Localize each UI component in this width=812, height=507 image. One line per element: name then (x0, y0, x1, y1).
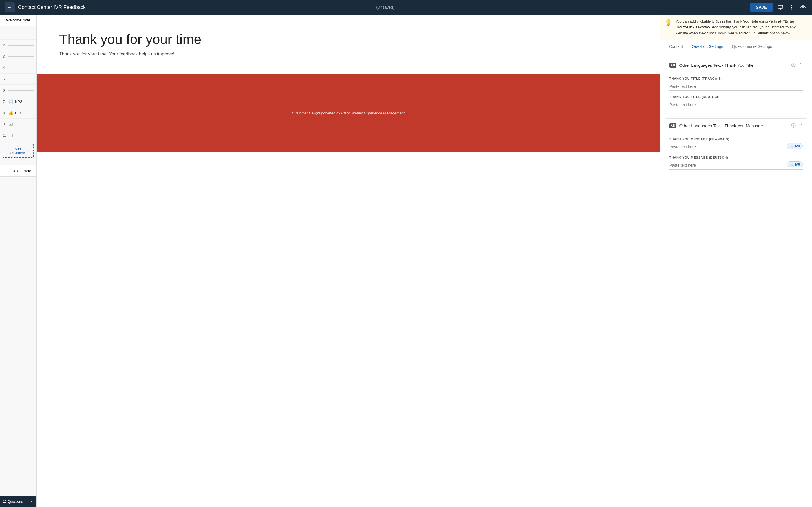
sidebar-divider-2 (3, 162, 34, 162)
q-num-2: 2 (3, 43, 7, 47)
field-label-msg-de: THANK YOU MESSAGE (DEUTSCH) (669, 156, 803, 159)
q-num-7: 7 (3, 100, 7, 104)
field-label-title-fr: THANK YOU TITLE (FRANÇAIS) (669, 77, 803, 80)
field-label-title-de: THANK YOU TITLE (DEUTSCH) (669, 95, 803, 99)
preview-footer: Customer Delight powered by Cisco Webex … (37, 73, 660, 152)
ces-thumb-icon: 👍 (8, 111, 13, 115)
sidebar-item-1[interactable]: 1 (0, 29, 36, 40)
sidebar-item-4[interactable]: 4 (0, 62, 36, 73)
sidebar: Welcome Note 1 2 3 4 5 6 7 (0, 15, 37, 507)
svg-point-4 (792, 7, 792, 8)
info-banner: 💡 You can add clickable URLs in the Than… (660, 15, 812, 40)
sidebar-footer: 10 Questions ⋮ (0, 496, 36, 507)
cloud-icon-fr: ☁️ (790, 144, 794, 148)
tab-questionnaire-settings[interactable]: Questionnaire Settings (728, 40, 777, 53)
sidebar-welcome[interactable]: Welcome Note (0, 15, 36, 26)
preview-subtitle: Thank you for your time. Your feedback h… (59, 52, 637, 57)
back-button[interactable]: ← (4, 2, 15, 12)
field-row-title-de (669, 101, 803, 109)
add-question-button[interactable]: + Add Question ⌄ (3, 144, 34, 158)
q-line-6 (8, 90, 34, 91)
q-num-6: 6 (3, 89, 7, 93)
ivr-label-fr: IVR (795, 145, 800, 148)
preview-title: Thank you for your time (59, 32, 637, 47)
sidebar-item-6[interactable]: 6 (0, 85, 36, 96)
field-label-msg-fr: THANK YOU MESSAGE (FRANÇAIS) (669, 137, 803, 141)
svg-point-5 (792, 9, 792, 10)
sidebar-item-9[interactable]: 9 (0, 119, 36, 130)
sidebar-item-8-ces[interactable]: 8 👍 CES (0, 107, 36, 119)
q-num-3: 3 (3, 55, 7, 59)
nps-chart-icon: 📊 (8, 100, 13, 104)
input-msg-de[interactable] (669, 161, 803, 170)
section-header-message: AB Other Languages Text - Thank You Mess… (665, 119, 807, 133)
field-row-msg-de: ☁️ IVR (669, 161, 803, 170)
svg-rect-7 (801, 7, 802, 8)
svg-point-3 (792, 5, 792, 6)
section-collapse-2[interactable]: ⌃ (799, 122, 803, 129)
menu-icon[interactable] (787, 3, 796, 12)
plus-icon: + (7, 149, 9, 153)
ivr-badge-de[interactable]: ☁️ IVR (787, 161, 803, 167)
ces-label: CES (15, 111, 22, 115)
more-options-icon[interactable]: ⋮ (29, 499, 34, 504)
section-info-button-2[interactable]: ⓘ (791, 123, 796, 129)
save-button[interactable]: SAVE (750, 3, 772, 12)
section-title-2: Other Languages Text - Thank You Message (679, 123, 788, 128)
q-num-1: 1 (3, 32, 7, 36)
section-other-lang-title: AB Other Languages Text - Thank You Titl… (665, 58, 808, 114)
section-header-title: AB Other Languages Text - Thank You Titl… (665, 58, 807, 72)
svg-rect-6 (802, 5, 804, 6)
tab-question-settings[interactable]: Question Settings (688, 40, 728, 53)
info-text: You can add clickable URLs in the Thank … (675, 18, 808, 36)
nps-label: NPS (15, 100, 22, 104)
section-info-button-1[interactable]: ⓘ (791, 62, 796, 68)
tab-content[interactable]: Content (665, 40, 688, 53)
svg-rect-18 (9, 134, 12, 137)
page-title: Contact Center IVR Feedback (18, 4, 374, 10)
q-line-2 (8, 45, 34, 46)
cloud-icon-de: ☁️ (790, 162, 794, 166)
sidebar-thankyou[interactable]: Thank You Note (0, 165, 36, 177)
ab-icon-2: AB (669, 123, 676, 128)
sidebar-item-7-nps[interactable]: 7 📊 NPS (0, 96, 36, 107)
q-line-1 (8, 34, 34, 34)
ab-icon-1: AB (669, 63, 676, 68)
chevron-down-icon: ⌄ (27, 149, 30, 153)
section-body-1: THANK YOU TITLE (FRANÇAIS) THANK YOU TIT… (665, 72, 807, 114)
q-line-4 (8, 68, 34, 68)
monitor-icon[interactable] (776, 3, 785, 12)
q-line-5 (8, 79, 34, 79)
q-num-5: 5 (3, 77, 7, 81)
q-num-10: 10 (3, 133, 7, 137)
preview-footer-text: Customer Delight powered by Cisco Webex … (292, 111, 404, 115)
svg-rect-15 (9, 123, 12, 126)
section-title-1: Other Languages Text - Thank You Title (679, 63, 788, 68)
q-num-8: 8 (3, 111, 7, 115)
question-count: 10 Questions (3, 500, 23, 504)
add-question-label: Add Question (10, 147, 26, 155)
section-collapse-1[interactable]: ⌃ (799, 62, 803, 68)
sidebar-item-2[interactable]: 2 (0, 40, 36, 51)
ivr-label-de: IVR (795, 163, 800, 166)
input-title-fr[interactable] (669, 82, 803, 91)
section-body-2: THANK YOU MESSAGE (FRANÇAIS) ☁️ IVR THAN… (665, 133, 807, 174)
svg-rect-9 (804, 7, 805, 8)
field-row-title-fr (669, 82, 803, 91)
panel-content: AB Other Languages Text - Thank You Titl… (660, 53, 812, 179)
unsaved-label: (Unsaved) (376, 5, 395, 10)
input-title-de[interactable] (669, 101, 803, 109)
sidebar-item-5[interactable]: 5 (0, 73, 36, 85)
panel-tabs: Content Question Settings Questionnaire … (660, 40, 812, 53)
sidebar-item-3[interactable]: 3 (0, 51, 36, 62)
q-num-9: 9 (3, 122, 7, 126)
sidebar-item-10[interactable]: 10 (0, 130, 36, 141)
preview-area: Thank you for your time Thank you for yo… (37, 15, 660, 507)
right-panel: 💡 You can add clickable URLs in the Than… (660, 15, 812, 507)
section-other-lang-message: AB Other Languages Text - Thank You Mess… (665, 118, 808, 174)
field-row-msg-fr: ☁️ IVR (669, 143, 803, 151)
svg-rect-0 (778, 5, 783, 8)
hierarchy-icon[interactable] (799, 3, 808, 12)
ivr-badge-fr[interactable]: ☁️ IVR (787, 143, 803, 149)
input-msg-fr[interactable] (669, 143, 803, 151)
